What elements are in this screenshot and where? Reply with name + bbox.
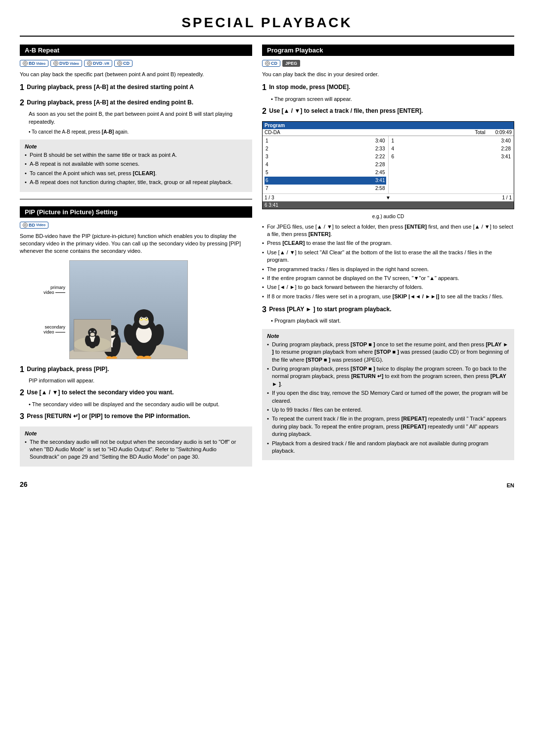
pip-notes-list: The the secondary audio will not be outp…: [25, 438, 247, 461]
dvdvr-disc-icon: [87, 61, 92, 66]
ab-repeat-header: A-B Repeat: [20, 45, 252, 56]
program-table-body: 13:40 22:33 32:22 42:28 52:45 63:41 72:5…: [263, 136, 514, 193]
program-badges: CD JPEG: [262, 60, 514, 67]
prog-subheader-left: CD-DA: [265, 130, 475, 135]
pip-intro: Some BD-video have the PIP (picture-in-p…: [20, 233, 252, 255]
program-table: Program CD-DA Total 0:09:49 13:40 22:33 …: [262, 121, 514, 209]
ab-step1-heading: 1 During playback, press [A-B] at the de…: [20, 82, 252, 93]
prog-bullet-6: Use [◄ / ►] to go back forward between t…: [262, 284, 514, 291]
pip-secondary-svg: [74, 320, 111, 352]
prog-left-footer: 1 / 3: [265, 195, 274, 200]
ab-repeat-badges: BDVideo DVDVideo DVD-VR CD: [20, 60, 252, 67]
language-label: EN: [507, 482, 514, 488]
program-label: Program: [265, 123, 285, 128]
program-playback-header: Program Playback: [262, 45, 514, 56]
pip-label-secondary: secondaryvideo: [25, 325, 65, 334]
svg-point-33: [90, 332, 95, 336]
svg-point-11: [146, 317, 147, 318]
prog-subheader-total: Total: [475, 130, 486, 135]
dvdvr-badge: DVD-VR: [84, 60, 112, 67]
svg-point-36: [90, 331, 91, 332]
prog-bullet-5: If the entire program cannot be displaye…: [262, 275, 514, 282]
program-intro: You can play back the disc in your desir…: [262, 71, 514, 78]
prog-right-footer: 1 / 1: [502, 195, 512, 200]
prog-note-1: During program playback, press [STOP ■ ]…: [267, 341, 509, 364]
pip-note-item: The the secondary audio will not be outp…: [25, 438, 247, 461]
ab-note-box: Note Point B should be set within the sa…: [20, 140, 252, 192]
prog-note-5: To repeat the current track / file in th…: [267, 415, 509, 438]
prog-track-1: 13:40: [265, 137, 386, 145]
ab-step2-body: As soon as you set the point B, the part…: [29, 110, 252, 126]
prog-step2-heading: 2 Use [▲ / ▼] to select a track / file, …: [262, 106, 514, 117]
svg-point-27: [111, 356, 117, 359]
prog-bullet-7: If 8 or more tracks / files were set in …: [262, 293, 514, 300]
pip-badges: BDVideo: [20, 222, 252, 229]
program-playback-section: Program Playback CD JPEG You can play ba…: [262, 45, 514, 471]
program-bullets-list: For JPEG files, use [▲ / ▼] to select a …: [262, 223, 514, 301]
pip-step2-body: • The secondary video will be displayed …: [29, 401, 252, 408]
pip-bd-disc-icon: [23, 223, 28, 228]
bd-badge: BDVideo: [20, 60, 48, 67]
program-note-box: Note During program playback, press [STO…: [262, 329, 514, 460]
program-table-header: Program: [263, 122, 514, 129]
ab-notes-list: Point B should be set within the same ti…: [25, 151, 247, 187]
pip-step1-body: PIP information will appear.: [29, 377, 252, 384]
prog-track-3: 32:22: [265, 153, 386, 161]
prog-step3-body: • Program playback will start.: [271, 317, 514, 325]
ab-note-item: A-B repeat does not function during chap…: [25, 179, 247, 186]
dvd-disc-icon: [53, 61, 58, 66]
prog-bullet-1: For JPEG files, use [▲ / ▼] to select a …: [262, 223, 514, 238]
prog-track-6: 63:41: [265, 177, 386, 185]
pip-bd-badge: BDVideo: [20, 222, 48, 229]
prog-note-2: During program playback, press [STOP ■ ]…: [267, 365, 509, 388]
pip-image: [69, 260, 188, 359]
pip-section: PIP (Picture in Picture) Setting BDVideo…: [20, 206, 252, 467]
ab-repeat-intro: You can play back the specific part (bet…: [20, 71, 252, 78]
page-number: 26: [20, 480, 28, 488]
ab-note-item: To cancel the A point which was set, pre…: [25, 170, 247, 177]
pip-note-title: Note: [25, 430, 247, 436]
program-note-title: Note: [267, 333, 509, 339]
cd-badge-ab: CD: [114, 60, 133, 67]
bd-disc-icon: [23, 61, 28, 66]
pip-secondary-box: [74, 319, 111, 351]
pip-step2-heading: 2 Use [▲ / ▼] to select the secondary vi…: [20, 387, 252, 398]
prog-down-arrow: ▼: [386, 195, 391, 200]
prog-jpeg-badge: JPEG: [282, 60, 300, 67]
prog-right-track-4: 42:28: [391, 145, 512, 153]
dvd-badge: DVDVideo: [50, 60, 82, 67]
ab-step2-sub: • To cancel the A-B repeat, press [A-B] …: [29, 129, 252, 136]
pip-step1-heading: 1 During playback, press [PIP].: [20, 364, 252, 375]
pip-header: PIP (Picture in Picture) Setting: [20, 206, 252, 218]
ab-repeat-section: A-B Repeat BDVideo DVDVideo DVD-VR CD Yo…: [20, 45, 252, 192]
ab-step2-heading: 2 During playback, press [A-B] at the de…: [20, 97, 252, 108]
cd-disc-icon-ab: [117, 61, 122, 66]
prog-note-4: Up to 99 tracks / files can be entered.: [267, 406, 509, 414]
ab-note-title: Note: [25, 143, 247, 149]
prog-step1-heading: 1 In stop mode, press [MODE].: [262, 82, 514, 93]
svg-point-37: [94, 331, 95, 332]
prog-bullet-3: Use [▲ / ▼] to select "All Clear" at the…: [262, 249, 514, 264]
prog-bullet-2: Press [CLEAR] to erase the last file of …: [262, 239, 514, 247]
ab-note-item: A-B repeat is not available with some sc…: [25, 160, 247, 168]
ab-note-item: Point B should be set within the same ti…: [25, 151, 247, 159]
program-right-col: 13:40 42:28 63:41: [389, 136, 514, 193]
svg-point-10: [141, 317, 142, 318]
pip-label-primary: primaryvideo: [25, 285, 65, 295]
prog-track-2: 22:33: [265, 145, 386, 153]
prog-step1-body: • The program screen will appear.: [271, 95, 514, 103]
pip-step3-heading: 3 Press [RETURN ↵] or [PIP] to remove th…: [20, 411, 252, 422]
program-table-subheader: CD-DA Total 0:09:49: [263, 129, 514, 136]
prog-note-3: If you open the disc tray, remove the SD…: [267, 389, 509, 405]
prog-track-5: 52:45: [265, 169, 386, 177]
prog-note-6: Playback from a desired track / file and…: [267, 440, 509, 455]
program-bottom-bar: 6 3:41: [263, 201, 514, 209]
program-table-caption: e.g.) audio CD: [262, 213, 514, 220]
page-title: SPECIAL PLAYBACK: [20, 15, 514, 37]
prog-subheader-time: 0:09:49: [495, 130, 512, 135]
prog-right-track-6: 63:41: [391, 153, 512, 161]
prog-cd-badge: CD: [262, 60, 280, 67]
pip-note-box: Note The the secondary audio will not be…: [20, 426, 252, 467]
prog-step3-heading: 3 Press [PLAY ► ] to start program playb…: [262, 304, 514, 315]
program-left-col: 13:40 22:33 32:22 42:28 52:45 63:41 72:5…: [263, 136, 389, 193]
